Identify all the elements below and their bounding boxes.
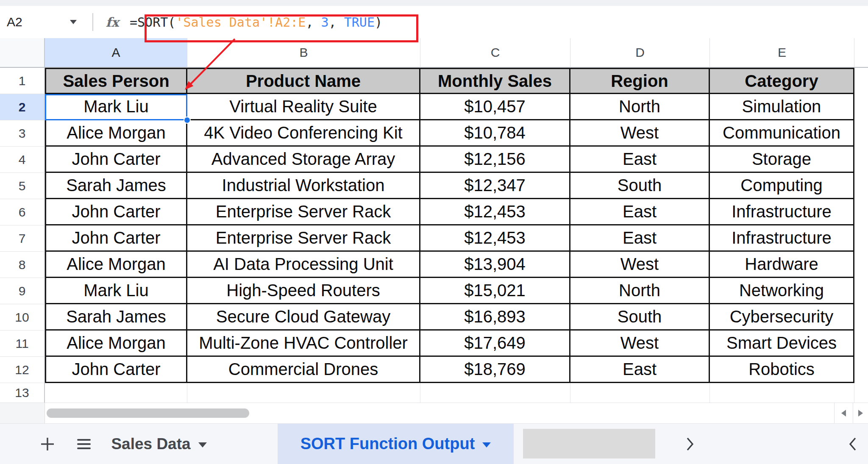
cell-B7[interactable]: Enterprise Server Rack [187,225,420,252]
row-header-7[interactable]: 7 [0,225,45,252]
cell-F9[interactable] [854,278,868,304]
cell-E3[interactable]: Communication [710,120,854,147]
cell-C10[interactable]: $16,893 [420,304,570,331]
column-header-E[interactable]: E [710,38,854,68]
scroll-right-button[interactable] [853,403,868,423]
blank-tab-block[interactable] [523,429,655,458]
cell-F4[interactable] [854,147,868,173]
cell-E9[interactable]: Networking [710,278,854,304]
cell-D3[interactable]: West [570,120,710,147]
row-header-3[interactable]: 3 [0,120,45,147]
select-all-corner[interactable] [0,38,45,68]
cell-F6[interactable] [854,199,868,225]
row-header-1[interactable]: 1 [0,68,45,94]
tabs-next-button[interactable] [686,424,694,464]
cell-A2[interactable]: Mark Liu [45,94,187,120]
cell-B4[interactable]: Advanced Storage Array [187,147,420,173]
cell-B3[interactable]: 4K Video Conferencing Kit [187,120,420,147]
cell-E4[interactable]: Storage [710,147,854,173]
cell-E1[interactable]: Category [710,68,854,94]
cell-E10[interactable]: Cybersecurity [710,304,854,331]
cell-D10[interactable]: South [570,304,710,331]
caret-down-icon[interactable] [198,442,207,447]
cell-E5[interactable]: Computing [710,173,854,199]
cell-F7[interactable] [854,225,868,252]
cell-D7[interactable]: East [570,225,710,252]
caret-down-icon[interactable] [482,442,491,447]
scrollbar-thumb[interactable] [47,408,249,418]
cell-C13[interactable] [420,383,570,403]
tab-sales-data[interactable]: Sales Data [106,424,212,464]
cell-C9[interactable]: $15,021 [420,278,570,304]
cell-C3[interactable]: $10,784 [420,120,570,147]
cell-F11[interactable] [854,331,868,357]
cell-D12[interactable]: East [570,357,710,383]
cell-F12[interactable] [854,357,868,383]
cell-B2[interactable]: Virtual Reality Suite [187,94,420,120]
cell-D8[interactable]: West [570,252,710,278]
cell-B5[interactable]: Industrial Workstation [187,173,420,199]
column-header-F-partial[interactable] [854,38,868,68]
cell-A1[interactable]: Sales Person [45,68,187,94]
column-header-B[interactable]: B [187,38,420,68]
row-header-6[interactable]: 6 [0,199,45,225]
cell-C2[interactable]: $10,457 [420,94,570,120]
row-header-4[interactable]: 4 [0,147,45,173]
cell-A10[interactable]: Sarah James [45,304,187,331]
column-header-C[interactable]: C [420,38,570,68]
name-box[interactable]: A2 [0,6,92,38]
cell-A8[interactable]: Alice Morgan [45,252,187,278]
cell-D6[interactable]: East [570,199,710,225]
cell-A9[interactable]: Mark Liu [45,278,187,304]
cell-F5[interactable] [854,173,868,199]
scroll-left-button[interactable] [835,403,853,423]
row-header-10[interactable]: 10 [0,304,45,331]
cell-C8[interactable]: $13,904 [420,252,570,278]
cell-D13[interactable] [570,383,710,403]
cell-C5[interactable]: $12,347 [420,173,570,199]
cell-E8[interactable]: Hardware [710,252,854,278]
all-sheets-menu-button[interactable] [72,424,96,464]
column-header-A[interactable]: A [45,38,187,68]
cell-A12[interactable]: John Carter [45,357,187,383]
cell-D2[interactable]: North [570,94,710,120]
cell-D5[interactable]: South [570,173,710,199]
cell-A7[interactable]: John Carter [45,225,187,252]
cell-E6[interactable]: Infrastructure [710,199,854,225]
column-header-D[interactable]: D [570,38,710,68]
cell-E13[interactable] [710,383,854,403]
row-header-11[interactable]: 11 [0,331,45,357]
cell-D4[interactable]: East [570,147,710,173]
cell-C12[interactable]: $18,769 [420,357,570,383]
cell-B1[interactable]: Product Name [187,68,420,94]
cell-A4[interactable]: John Carter [45,147,187,173]
add-sheet-button[interactable] [36,424,58,464]
cell-A11[interactable]: Alice Morgan [45,331,187,357]
cell-F1[interactable] [854,68,868,94]
tabs-prev-button[interactable] [849,424,857,464]
row-header-12[interactable]: 12 [0,357,45,383]
cell-C6[interactable]: $12,453 [420,199,570,225]
cell-D1[interactable]: Region [570,68,710,94]
cell-F2[interactable] [854,94,868,120]
cell-E12[interactable]: Robotics [710,357,854,383]
cell-A13[interactable] [45,383,187,403]
cell-A6[interactable]: John Carter [45,199,187,225]
row-header-13[interactable]: 13 [0,383,45,403]
row-header-8[interactable]: 8 [0,252,45,278]
cell-F8[interactable] [854,252,868,278]
cell-E7[interactable]: Infrastructure [710,225,854,252]
row-header-2[interactable]: 2 [0,94,45,120]
cell-B12[interactable]: Commercial Drones [187,357,420,383]
cell-C1[interactable]: Monthly Sales [420,68,570,94]
cell-F3[interactable] [854,120,868,147]
cell-A3[interactable]: Alice Morgan [45,120,187,147]
row-header-9[interactable]: 9 [0,278,45,304]
cell-E2[interactable]: Simulation [710,94,854,120]
name-box-caret-icon[interactable] [70,20,77,24]
row-header-5[interactable]: 5 [0,173,45,199]
cell-C7[interactable]: $12,453 [420,225,570,252]
cell-C4[interactable]: $12,156 [420,147,570,173]
cell-C11[interactable]: $17,649 [420,331,570,357]
cell-B8[interactable]: AI Data Processing Unit [187,252,420,278]
